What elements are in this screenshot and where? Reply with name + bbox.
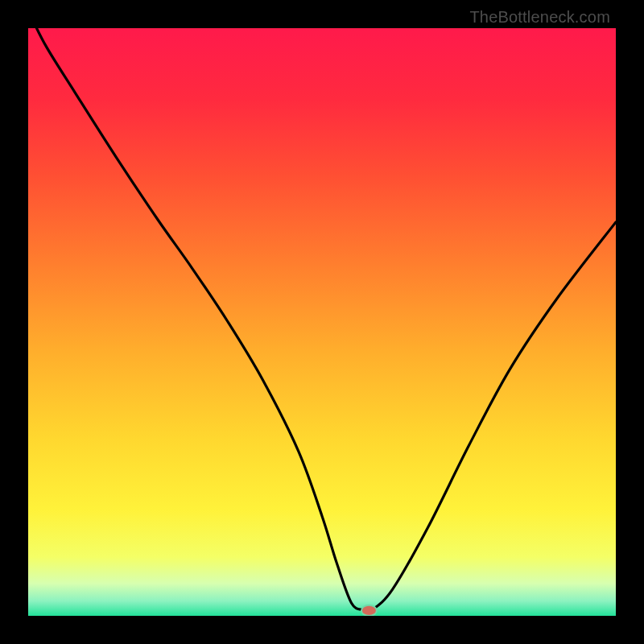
optimal-point-marker: [361, 605, 377, 616]
watermark-text: TheBottleneck.com: [469, 8, 610, 27]
chart-frame: TheBottleneck.com: [0, 0, 644, 644]
bottleneck-chart-svg: [28, 28, 616, 616]
gradient-background: [28, 28, 616, 616]
plot-area: [28, 28, 616, 616]
